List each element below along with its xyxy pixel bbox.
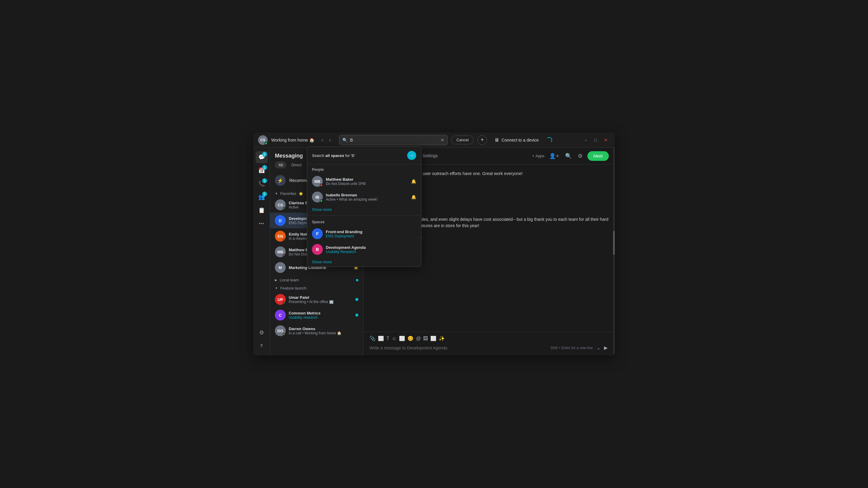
dropdown-person-matthew-baker[interactable]: MB Matthew Baker Do Not Disturb until 2P… <box>307 173 421 189</box>
favorites-chevron-icon: ▼ <box>275 192 278 195</box>
add-button[interactable]: + <box>477 135 487 145</box>
show-more-spaces-link[interactable]: Show more <box>307 257 421 267</box>
frontend-space-sub: ENG Deployment <box>326 234 416 238</box>
conv-item-darren-owens[interactable]: DO Darren Owens In a call • Working from… <box>270 323 363 338</box>
gear-icon[interactable]: ⚙ <box>577 152 584 161</box>
search-chat-icon[interactable]: 🔍 <box>564 152 573 161</box>
gif-icon[interactable]: ⬜ <box>378 335 384 341</box>
scrollbar-thumb[interactable] <box>613 231 615 255</box>
send-button[interactable]: ▶ <box>603 344 609 352</box>
common-metrics-sub: Usability research <box>289 315 352 320</box>
ai-icon[interactable]: ✨ <box>439 335 445 341</box>
spaces-section-title: Spaces <box>307 217 421 226</box>
umar-unread-dot <box>355 298 358 301</box>
mention-icon[interactable]: @ <box>416 336 421 341</box>
sidebar-item-messaging[interactable]: 💬 5 <box>255 151 268 163</box>
maximize-button[interactable]: □ <box>592 136 599 144</box>
dropdown-space-development-agenda[interactable]: B Development Agenda Usability Research <box>307 241 421 257</box>
attach-icon[interactable]: 📎 <box>370 335 375 341</box>
frontend-space-name: Front-end Branding <box>326 230 416 234</box>
clarissa-avatar: CS <box>275 199 286 210</box>
matthew-avatar: MB <box>275 247 286 257</box>
frontend-space-info: Front-end Branding ENG Deployment <box>326 230 416 238</box>
whiteboard-icon[interactable]: ⬜ <box>399 335 405 341</box>
forward-button[interactable]: › <box>327 136 333 144</box>
sidebar-item-settings[interactable]: ⚙ <box>255 327 268 338</box>
filter-tab-direct[interactable]: Direct <box>287 161 305 168</box>
common-metrics-info: Common Metrics Usability research <box>289 311 352 320</box>
dropdown-isabelle-sub: Active • What an amazing week! <box>326 197 408 201</box>
search-icon: 🔍 <box>342 138 347 142</box>
feature-launch-section-header[interactable]: ▼ Feature launch <box>270 284 363 292</box>
emily-status-dot <box>283 238 286 241</box>
contacts-badge: 1 <box>262 192 267 196</box>
search-input[interactable] <box>350 138 438 142</box>
back-button[interactable]: ‹ <box>319 136 326 144</box>
local-team-section[interactable]: ▶ Local team <box>270 275 363 284</box>
search-dropdown: Search all spaces for 'B' → People MB Ma… <box>307 147 421 267</box>
dropdown-isabelle-info: Isabelle Brennan Active • What an amazin… <box>326 193 408 201</box>
sticker-icon[interactable]: 😊 <box>407 335 413 341</box>
nav-arrows: ‹ › <box>319 136 333 144</box>
dev-agenda-space-name: Development Agenda <box>326 245 416 250</box>
feature-launch-chevron-icon: ▼ <box>275 287 278 290</box>
darren-info: Darren Owens In a call • Working from ho… <box>289 327 358 335</box>
darren-name: Darren Owens <box>289 327 358 331</box>
conv-item-umar-patel[interactable]: UP Umar Patel Presenting • At the office… <box>270 292 363 307</box>
add-apps-button[interactable]: + Apps <box>532 154 544 158</box>
sidebar-item-help[interactable]: ? <box>255 340 268 352</box>
window-controls: − □ ✕ <box>582 136 610 144</box>
conv-item-common-metrics[interactable]: C Common Metrics Usability research <box>270 307 363 323</box>
connect-to-device-button[interactable]: 🖥 Connect to a device <box>491 135 542 144</box>
add-participants-icon[interactable]: 👤+ <box>548 152 560 161</box>
sidebar-item-more[interactable]: ••• <box>255 218 268 230</box>
sidebar-item-calls[interactable]: 📞 1 <box>255 178 268 190</box>
sidebar-item-contacts[interactable]: 👥 1 <box>255 191 268 203</box>
sidebar-item-tasks[interactable]: 📋 <box>255 204 268 216</box>
local-team-label: Local team <box>280 278 299 282</box>
search-all-text: Search all spaces for 'B' <box>312 153 355 158</box>
calls-badge: 1 <box>262 178 267 183</box>
dropdown-isabelle-avatar: IB <box>312 192 323 202</box>
common-metrics-avatar: C <box>275 310 286 321</box>
search-all-button[interactable]: → <box>407 151 416 160</box>
people-section-title: People <box>307 164 421 173</box>
close-button[interactable]: ✕ <box>601 136 610 144</box>
add-media-icon[interactable]: ⬜ <box>430 335 436 341</box>
user-avatar[interactable]: CS <box>258 135 268 145</box>
darren-sub: In a call • Working from home 🏠 <box>289 331 358 335</box>
search-all-row: Search all spaces for 'B' → <box>307 147 421 164</box>
send-actions: ⌄ ▶ <box>595 344 609 352</box>
umar-sub: Presenting • At the office 🏢 <box>289 300 352 304</box>
favorites-star-icon: ⭐ <box>299 192 303 196</box>
dev-agenda-space-info: Development Agenda Usability Research <box>326 245 416 254</box>
emily-avatar: EN <box>275 231 286 241</box>
dropdown-matthew-mute-icon: 🔔 <box>411 179 416 184</box>
message-input[interactable] <box>370 346 548 350</box>
filter-tab-all[interactable]: All <box>275 161 286 168</box>
scrollbar-track[interactable] <box>613 148 615 355</box>
format-icon[interactable]: T <box>386 336 390 341</box>
dropdown-matthew-info: Matthew Baker Do Not Disturb until 2PM <box>326 177 408 186</box>
image-icon[interactable]: 🖼 <box>423 336 428 341</box>
search-clear-icon[interactable]: ✕ <box>441 138 444 142</box>
meet-button[interactable]: Meet <box>587 151 609 161</box>
sidebar-item-calendar[interactable]: 📅 1 <box>255 164 268 176</box>
app-window: CS Working from home 🏠 ‹ › 🔍 ✕ Cancel + … <box>253 133 615 355</box>
tab-settings[interactable]: Settings <box>423 152 438 160</box>
cancel-button[interactable]: Cancel <box>451 135 473 144</box>
dev-agenda-space-avatar: B <box>312 244 323 255</box>
settings-icon: ⚙ <box>259 329 264 336</box>
search-box[interactable]: 🔍 ✕ <box>339 135 447 145</box>
plus-icon: + <box>532 154 534 158</box>
show-more-people-link[interactable]: Show more <box>307 205 421 214</box>
dev-agenda-avatar: D <box>275 215 286 226</box>
emoji-icon[interactable]: ☺ <box>392 336 397 341</box>
dropdown-space-frontend-branding[interactable]: F Front-end Branding ENG Deployment <box>307 226 421 241</box>
dropdown-person-isabelle-brennan[interactable]: IB Isabelle Brennan Active • What an ama… <box>307 189 421 205</box>
minimize-button[interactable]: − <box>582 136 589 144</box>
local-team-chevron-icon: ▶ <box>275 278 277 282</box>
expand-send-button[interactable]: ⌄ <box>595 344 601 352</box>
workspace-title: Working from home 🏠 <box>271 138 314 142</box>
local-team-unread-dot <box>356 279 358 281</box>
